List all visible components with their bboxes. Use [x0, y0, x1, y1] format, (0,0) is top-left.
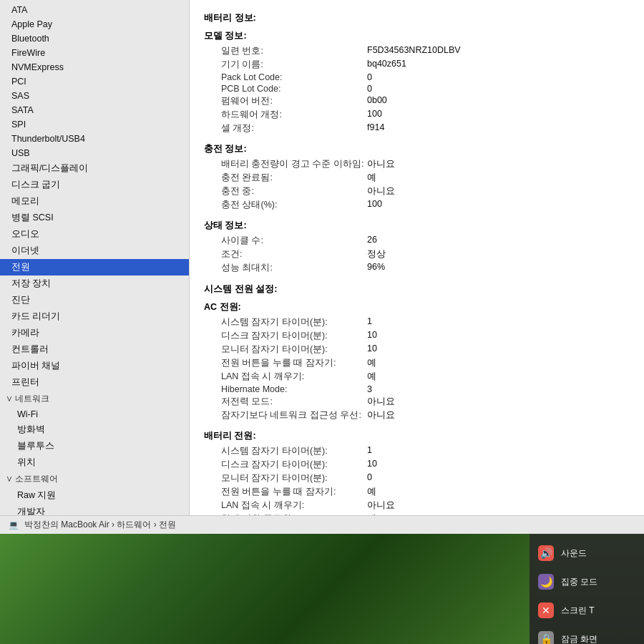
bat-disk-sleep-value: 10 — [367, 459, 377, 471]
sidebar-item-fiber-channel[interactable]: 파이버 채널 — [0, 358, 189, 374]
ac-system-sleep-value: 1 — [367, 316, 372, 328]
sidebar-item-firewire[interactable]: FireWire — [0, 46, 189, 60]
ac-low-power-label: 저전력 모드: — [210, 396, 367, 408]
status-info-group: 상태 정보: 사이클 수: 26 조건: 정상 성능 최대치: 96% — [204, 220, 630, 274]
sidebar-item-diagnosis[interactable]: 진단 — [0, 292, 189, 308]
macbook-icon: 💻 — [9, 520, 19, 530]
main-container: ATAApple PayBluetoothFireWireNVMExpressP… — [0, 0, 644, 644]
sidebar-item-printer[interactable]: 프린터 — [0, 374, 189, 391]
bat-lan-wake-label: LAN 접속 시 깨우기: — [210, 499, 367, 512]
charge-complete-row: 충전 완료됨: 예 — [204, 172, 630, 184]
pack-lot-label: Pack Lot Code: — [210, 72, 367, 82]
desktop-background — [0, 534, 530, 644]
ac-system-sleep-label: 시스템 잠자기 타이머(분): — [210, 316, 367, 328]
notification-item-lock[interactable]: 🔒잠금 화면 — [530, 625, 644, 644]
sidebar-item-network-header[interactable]: ∨ 네트워크 — [0, 391, 189, 407]
sidebar-item-apple-pay[interactable]: Apple Pay — [0, 17, 189, 31]
sidebar-item-wifi[interactable]: Wi-Fi — [0, 407, 189, 421]
sidebar-item-bluetooth[interactable]: Bluetooth — [0, 31, 189, 46]
sidebar-item-sata[interactable]: SATA — [0, 103, 189, 117]
notification-label-focus: 집중 모드 — [561, 576, 597, 588]
charge-percent-row: 충전 상태(%): 100 — [204, 199, 630, 211]
hardware-row: 하드웨어 개정: 100 — [204, 109, 630, 121]
bat-monitor-sleep-label: 모니터 잠자기 타이머(분): — [210, 472, 367, 484]
model-info-title: 모델 정보: — [204, 30, 630, 42]
ac-disk-sleep-label: 디스크 잠자기 타이머(분): — [210, 330, 367, 342]
sidebar-item-location[interactable]: 위치 — [0, 454, 189, 471]
ac-monitor-sleep-label: 모니터 잠자기 타이머(분): — [210, 343, 367, 356]
sidebar-item-graphics-display[interactable]: 그래픽/디스플레이 — [0, 160, 189, 177]
sidebar-item-software-header[interactable]: ∨ 소프트웨어 — [0, 471, 189, 487]
bat-system-sleep-label: 시스템 잠자기 타이머(분): — [210, 445, 367, 457]
battery-power-group: 배터리 전원: 시스템 잠자기 타이머(분): 1 디스크 잠자기 타이머(분)… — [204, 430, 630, 515]
bat-disk-sleep-label: 디스크 잠자기 타이머(분): — [210, 459, 367, 471]
ac-power-title: AC 전원: — [204, 301, 630, 313]
ac-monitor-sleep-row: 모니터 잠자기 타이머(분): 10 — [204, 343, 630, 356]
charge-percent-label: 충전 상태(%): — [210, 199, 367, 211]
sidebar-item-developer[interactable]: 개발자 — [0, 504, 189, 515]
bat-power-button-sleep-value: 예 — [367, 486, 376, 498]
sidebar-item-audio[interactable]: 오디오 — [0, 226, 189, 243]
sidebar-item-power[interactable]: 전원 — [0, 259, 189, 275]
ac-power-button-sleep-label: 전원 버튼을 누를 때 잠자기: — [210, 357, 367, 369]
sidebar-item-ata[interactable]: ATA — [0, 3, 189, 17]
pack-lot-value: 0 — [367, 72, 372, 82]
charging-label: 충전 중: — [210, 185, 367, 197]
sidebar-item-raw-support[interactable]: Raw 지원 — [0, 487, 189, 504]
sidebar-item-parallel-scsi[interactable]: 병렬 SCSI — [0, 210, 189, 226]
sidebar-item-camera[interactable]: 카메라 — [0, 325, 189, 341]
firmware-row: 펌웨어 버전: 0b00 — [204, 95, 630, 107]
sidebar-item-ethernet[interactable]: 이더넷 — [0, 243, 189, 259]
sidebar-item-spi[interactable]: SPI — [0, 117, 189, 132]
notification-label-lock: 잠금 화면 — [561, 633, 597, 645]
max-capacity-label: 성능 최대치: — [210, 262, 367, 274]
sidebar-item-usb[interactable]: USB — [0, 146, 189, 160]
notification-item-sound[interactable]: 🔊사운드 — [530, 540, 644, 567]
hardware-value: 100 — [367, 109, 382, 121]
max-capacity-row: 성능 최대치: 96% — [204, 262, 630, 274]
sidebar-item-bluetooth2[interactable]: 블루투스 — [0, 438, 189, 454]
notification-item-screen[interactable]: ✕스크린 T — [530, 597, 644, 624]
sidebar-item-card-reader[interactable]: 카드 리더기 — [0, 308, 189, 325]
sidebar-item-pci[interactable]: PCI — [0, 74, 189, 89]
bat-monitor-sleep-value: 0 — [367, 472, 372, 484]
firmware-value: 0b00 — [367, 95, 387, 107]
status-info-title: 상태 정보: — [204, 220, 630, 232]
pack-lot-row: Pack Lot Code: 0 — [204, 72, 630, 82]
ac-hibernate-row: Hibernate Mode: 3 — [204, 384, 630, 394]
charging-row: 충전 중: 아니요 — [204, 185, 630, 197]
serial-row: 일련 번호: F5D34563NRZ10DLBV — [204, 45, 630, 57]
ac-disk-sleep-value: 10 — [367, 330, 377, 342]
ac-network-priority-row: 잠자기보다 네트워크 접근성 우선: 아니요 — [204, 409, 630, 421]
charge-warning-row: 배터리 충전량이 경고 수준 이하임: 아니요 — [204, 158, 630, 170]
charge-info-title: 충전 정보: — [204, 143, 630, 155]
device-name-label: 기기 이름: — [210, 59, 367, 71]
bat-lan-wake-row: LAN 접속 시 깨우기: 아니요 — [204, 499, 630, 512]
sidebar-item-controller[interactable]: 컨트롤러 — [0, 341, 189, 358]
notification-item-focus[interactable]: 🌙집중 모드 — [530, 568, 644, 595]
ac-power-group: AC 전원: 시스템 잠자기 타이머(분): 1 디스크 잠자기 타이머(분):… — [204, 301, 630, 421]
sound-icon: 🔊 — [538, 545, 554, 561]
sidebar-item-thunderbolt-usb4[interactable]: Thunderbolt/USB4 — [0, 132, 189, 146]
sidebar-item-nvmexpress[interactable]: NVMExpress — [0, 60, 189, 74]
ac-power-button-sleep-value: 예 — [367, 357, 376, 369]
ac-lan-wake-label: LAN 접속 시 깨우기: — [210, 371, 367, 383]
condition-row: 조건: 정상 — [204, 248, 630, 260]
charge-info-group: 충전 정보: 배터리 충전량이 경고 수준 이하임: 아니요 충전 완료됨: 예… — [204, 143, 630, 211]
notification-label-sound: 사운드 — [561, 547, 587, 560]
sidebar-item-storage[interactable]: 저장 장치 — [0, 275, 189, 292]
bat-disk-sleep-row: 디스크 잠자기 타이머(분): 10 — [204, 459, 630, 471]
pcb-lot-value: 0 — [367, 84, 372, 94]
lock-icon: 🔒 — [538, 631, 554, 644]
charge-warning-label: 배터리 충전량이 경고 수준 이하임: — [210, 158, 367, 170]
sidebar-item-memory[interactable]: 메모리 — [0, 193, 189, 210]
sidebar-item-sas[interactable]: SAS — [0, 89, 189, 103]
cell-config-label: 셀 개정: — [210, 122, 367, 135]
sidebar-item-disk-burning[interactable]: 디스크 굽기 — [0, 177, 189, 193]
serial-label: 일련 번호: — [210, 45, 367, 57]
cycle-count-row: 사이클 수: 26 — [204, 235, 630, 247]
ac-lan-wake-row: LAN 접속 시 깨우기: 예 — [204, 371, 630, 383]
ac-disk-sleep-row: 디스크 잠자기 타이머(분): 10 — [204, 330, 630, 342]
charging-value: 아니요 — [367, 185, 395, 197]
sidebar-item-firewall[interactable]: 방화벽 — [0, 421, 189, 438]
